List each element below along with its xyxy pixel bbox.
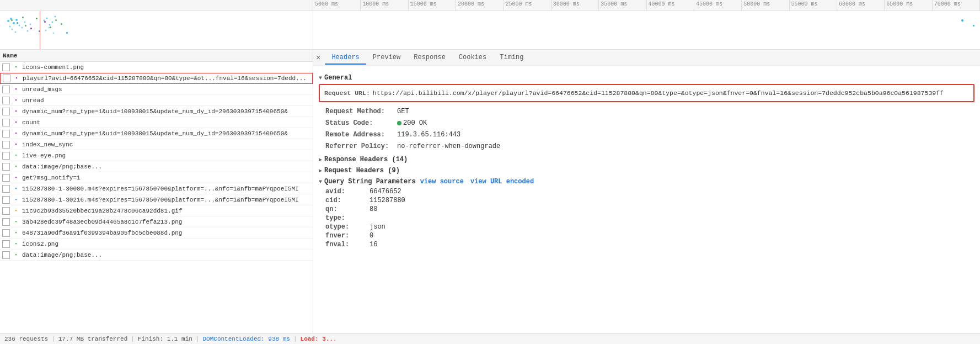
network-list-item[interactable]: ▪115287880-1-30216.m4s?expires=156785070… (0, 194, 313, 205)
timeline-tick: 60000 ms (837, 0, 885, 10)
svg-point-4 (9, 26, 11, 28)
timeline-tick: 25000 ms (504, 0, 551, 10)
network-item-name: live-eye.png (22, 152, 310, 159)
network-item-type-icon: ▪ (12, 196, 20, 204)
network-item-type-icon: ▪ (12, 86, 20, 93)
timeline-left (0, 0, 313, 49)
referrer-policy-label: Referrer Policy: (325, 141, 397, 151)
request-headers-arrow: ▶ (319, 167, 322, 174)
query-param-key: cid: (325, 197, 369, 204)
network-item-type-icon: ▪ (12, 251, 20, 259)
network-list-item[interactable]: ▪get?msg_notify=1 (0, 172, 313, 183)
view-url-encoded-link[interactable]: view URL encoded (470, 178, 534, 186)
network-list-item[interactable]: ▪11c9c2b93d35520bbec19a28b2478c06ca92dd8… (0, 205, 313, 216)
tab-response[interactable]: Response (407, 51, 452, 65)
network-item-type-icon: ▪ (12, 97, 20, 104)
network-list-item[interactable]: ▪icons-comment.png (0, 62, 313, 73)
svg-point-2 (13, 22, 15, 24)
status-finish: Finish: 1.1 min (138, 336, 192, 342)
network-item-checkbox[interactable] (2, 108, 10, 115)
general-section-title: General (324, 74, 352, 82)
network-list-item[interactable]: ▪115287880-1-30080.m4s?expires=156785070… (0, 183, 313, 194)
tab-preview[interactable]: Preview (366, 51, 407, 65)
network-list-item[interactable]: ▪icons2.png (0, 239, 313, 250)
network-list-item[interactable]: ▪data:image/png;base... (0, 161, 313, 172)
timeline-tick: 30000 ms (551, 0, 599, 10)
network-item-type-icon: ▪ (12, 119, 20, 126)
close-tab-button[interactable]: × (316, 54, 320, 62)
network-item-checkbox[interactable] (2, 97, 10, 104)
network-item-checkbox[interactable] (2, 119, 10, 126)
timeline-ruler-left (0, 0, 313, 11)
svg-point-5 (12, 29, 13, 30)
query-param-value: json (369, 223, 385, 231)
general-section-header[interactable]: ▼ General (319, 74, 974, 82)
network-list-item[interactable]: ▪3ab428edc39f48a3ecb09d44465a8c1c7fefa21… (0, 216, 313, 227)
network-item-type-icon: ▪ (12, 130, 20, 137)
network-list-item[interactable]: ▪unread_msgs (0, 84, 313, 95)
view-source-link[interactable]: view source (420, 178, 464, 186)
network-item-checkbox[interactable] (2, 174, 10, 182)
network-item-type-icon: ▪ (12, 240, 20, 248)
network-list-item[interactable]: ▪index_new_sync (0, 139, 313, 150)
network-item-checkbox[interactable] (2, 218, 10, 226)
network-item-checkbox[interactable] (2, 251, 10, 259)
query-param-row: otype:json (325, 223, 974, 231)
svg-point-9 (24, 22, 26, 23)
tab-timing[interactable]: Timing (493, 51, 530, 65)
tab-headers[interactable]: Headers (325, 51, 366, 65)
network-list-item[interactable]: ▪count (0, 117, 313, 128)
request-headers-section-header[interactable]: ▶ Request Headers (9) (319, 167, 974, 174)
status-code-value: 200 OK (397, 118, 427, 128)
tab-cookies[interactable]: Cookies (452, 51, 493, 65)
network-list-item[interactable]: ▪live-eye.png (0, 150, 313, 161)
network-item-checkbox[interactable] (2, 207, 10, 215)
network-list-item[interactable]: ▪dynamic_num?rsp_type=1&uid=100938015&up… (0, 128, 313, 139)
network-item-checkbox[interactable] (2, 152, 10, 160)
svg-point-19 (53, 33, 55, 34)
network-item-checkbox[interactable] (2, 240, 10, 248)
response-headers-arrow: ▶ (319, 156, 322, 163)
response-headers-section-header[interactable]: ▶ Response Headers (14) (319, 156, 974, 163)
network-list-item[interactable]: ▪unread (0, 95, 313, 106)
network-item-type-icon: ▪ (12, 141, 20, 149)
timeline-tick: 55000 ms (790, 0, 837, 10)
network-item-checkbox[interactable] (2, 229, 10, 237)
svg-point-8 (22, 27, 23, 29)
timeline-tick: 40000 ms (647, 0, 694, 10)
network-item-checkbox[interactable] (2, 141, 10, 149)
network-item-checkbox[interactable] (2, 196, 10, 204)
general-section-content: Request Method: GET Status Code: 200 OK … (325, 107, 974, 151)
timeline-tick: 10000 ms (361, 0, 408, 10)
query-params-title: Query String Parameters (324, 178, 416, 186)
svg-point-0 (7, 20, 9, 22)
network-item-checkbox[interactable] (2, 86, 10, 93)
network-item-name: index_new_sync (22, 141, 310, 148)
network-list[interactable]: ▪icons-comment.png▪playurl?avid=66476652… (0, 62, 313, 333)
network-item-name: 115287880-1-30216.m4s?expires=1567850700… (22, 197, 310, 203)
details-panel: × Headers Preview Response Cookies Timin… (313, 50, 980, 333)
status-code-label: Status Code: (325, 118, 397, 128)
network-item-checkbox[interactable] (2, 63, 10, 71)
query-params-section-header[interactable]: ▼ Query String Parameters view source vi… (319, 178, 974, 186)
general-arrow: ▼ (319, 75, 322, 81)
network-list-item[interactable]: ▪dynamic_num?rsp_type=1&uid=100938015&up… (0, 106, 313, 117)
network-item-checkbox[interactable] (2, 130, 10, 137)
dom-content-loaded-link[interactable]: DOMContentLoaded: 938 ms (203, 336, 290, 342)
network-item-checkbox[interactable] (2, 185, 10, 193)
remote-address-label: Remote Address: (325, 130, 397, 140)
network-list-item[interactable]: ▪playurl?avid=66476652&cid=115287880&qn=… (0, 73, 313, 84)
timeline-tick: 35000 ms (599, 0, 646, 10)
network-item-checkbox[interactable] (3, 75, 10, 82)
query-param-value: 0 (369, 232, 373, 240)
status-requests: 236 requests (4, 336, 48, 342)
network-list-item[interactable]: ▪data:image/png;base... (0, 250, 313, 261)
query-param-row: cid:115287880 (325, 197, 974, 204)
network-item-checkbox[interactable] (2, 163, 10, 171)
network-list-item[interactable]: ▪648731a90df36a91f0399394ba905fbc5cbe088… (0, 227, 313, 239)
query-param-value: 16 (369, 241, 377, 248)
network-header: Name (0, 50, 313, 62)
network-item-type-icon: ▪ (12, 185, 20, 193)
details-content[interactable]: ▼ General Request URL:https://api.bilibi… (313, 66, 980, 333)
svg-point-3 (15, 19, 18, 21)
